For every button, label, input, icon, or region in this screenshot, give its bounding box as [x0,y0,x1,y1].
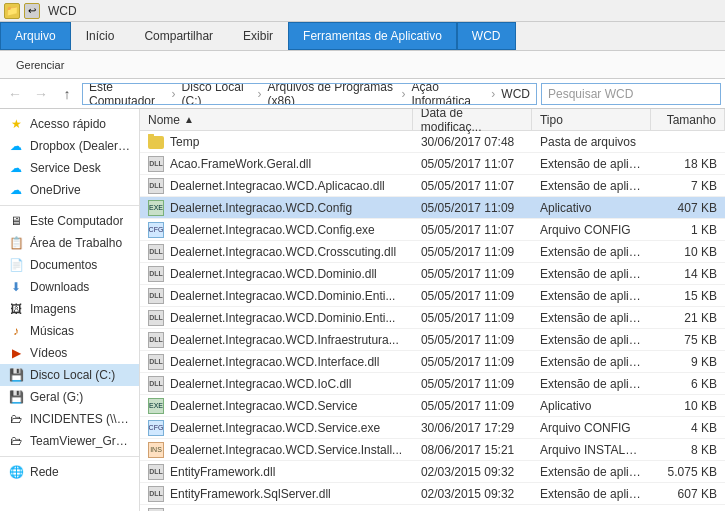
sidebar-item-videos[interactable]: ▶ Vídeos [0,342,139,364]
table-row[interactable]: EXE Dealernet.Integracao.WCD.Config 05/0… [140,197,725,219]
teamviewer-icon: 🗁 [8,433,24,449]
sidebar-item-service-desk[interactable]: ☁ Service Desk [0,157,139,179]
sidebar: ★ Acesso rápido ☁ Dropbox (Dealernet) ☁ … [0,109,140,511]
file-size-cell: 607 KB [651,487,725,501]
col-header-name[interactable]: Nome ▲ [140,109,413,130]
file-size-cell: 10 KB [651,245,725,259]
ribbon-tabs: Arquivo Início Compartilhar Exibir Ferra… [0,22,725,50]
search-placeholder: Pesquisar WCD [548,87,633,101]
file-name: Dealernet.Integracao.WCD.Config.exe [170,223,375,237]
star-icon: ★ [8,116,24,132]
file-name-cell: CFG Dealernet.Integracao.WCD.Config.exe [140,222,413,238]
title-bar-icons: 📁 ↩ [4,3,40,19]
file-size-cell: 18 KB [651,157,725,171]
sidebar-label-acesso-rapido: Acesso rápido [30,117,106,131]
file-size-cell: 9 KB [651,355,725,369]
ribbon: Arquivo Início Compartilhar Exibir Ferra… [0,22,725,79]
network-folder-icon: 🗁 [8,411,24,427]
documents-icon: 📄 [8,257,24,273]
file-size-cell: 6 KB [651,377,725,391]
sidebar-item-este-computador[interactable]: 🖥 Este Computador [0,210,139,232]
sidebar-item-area-trabalho[interactable]: 📋 Área de Trabalho [0,232,139,254]
table-row[interactable]: CFG Dealernet.Integracao.WCD.Service.exe… [140,417,725,439]
sidebar-label-musicas: Músicas [30,324,74,338]
file-type-cell: Extensão de aplica... [532,355,651,369]
file-size-cell: 21 KB [651,311,725,325]
table-row[interactable]: DLL Dealernet.Integracao.WCD.Dominio.Ent… [140,285,725,307]
tab-inicio[interactable]: Início [71,22,130,50]
col-header-type[interactable]: Tipo [532,109,651,130]
file-type-icon: DLL [148,376,164,392]
file-type-cell: Aplicativo [532,201,651,215]
sidebar-label-service-desk: Service Desk [30,161,101,175]
file-type-cell: Extensão de aplica... [532,487,651,501]
table-row[interactable]: DLL Dealernet.Integracao.WCD.Aplicacao.d… [140,175,725,197]
sidebar-item-acesso-rapido[interactable]: ★ Acesso rápido [0,113,139,135]
tab-ferramentas[interactable]: Ferramentas de Aplicativo [288,22,457,50]
sidebar-label-incidentes: INCIDENTES (\\srvn... [30,412,131,426]
file-name: Dealernet.Integracao.WCD.Interface.dll [170,355,379,369]
file-name-cell: DLL Dealernet.Integracao.WCD.IoC.dll [140,376,413,392]
sidebar-item-rede[interactable]: 🌐 Rede [0,461,139,483]
col-header-date[interactable]: Data de modificaç... [413,109,532,130]
back-button[interactable]: ← [4,83,26,105]
table-row[interactable]: DLL EntityFramework.SqlServer.dll 02/03/… [140,483,725,505]
file-type-cell: Extensão de aplica... [532,157,651,171]
table-row[interactable]: INS Dealernet.Integracao.WCD.Service.Ins… [140,439,725,461]
table-row[interactable]: DLL Ninject.dll 02/04/2014 18:40 Extensã… [140,505,725,511]
sidebar-item-disco-local[interactable]: 💾 Disco Local (C:) [0,364,139,386]
table-row[interactable]: DLL Dealernet.Integracao.WCD.Dominio.Ent… [140,307,725,329]
sidebar-item-imagens[interactable]: 🖼 Imagens [0,298,139,320]
file-date-cell: 05/05/2017 11:07 [413,179,532,193]
table-row[interactable]: DLL Dealernet.Integracao.WCD.Infraestrut… [140,329,725,351]
sidebar-item-teamviewer[interactable]: 🗁 TeamViewer_Gravac... [0,430,139,452]
sidebar-item-documentos[interactable]: 📄 Documentos [0,254,139,276]
sidebar-label-area-trabalho: Área de Trabalho [30,236,122,250]
file-date-cell: 02/03/2015 09:32 [413,465,532,479]
undo-icon: ↩ [24,3,40,19]
table-row[interactable]: CFG Dealernet.Integracao.WCD.Config.exe … [140,219,725,241]
path-part-3: Ação Informática [412,83,486,105]
sidebar-item-geral-g[interactable]: 💾 Geral (G:) [0,386,139,408]
sidebar-item-incidentes[interactable]: 🗁 INCIDENTES (\\srvn... [0,408,139,430]
sidebar-item-downloads[interactable]: ⬇ Downloads [0,276,139,298]
file-date-cell: 02/03/2015 09:32 [413,487,532,501]
tab-exibir[interactable]: Exibir [228,22,288,50]
sidebar-label-geral-g: Geral (G:) [30,390,83,404]
sidebar-item-dropbox[interactable]: ☁ Dropbox (Dealernet) [0,135,139,157]
videos-icon: ▶ [8,345,24,361]
sidebar-divider-2 [0,456,139,457]
table-row[interactable]: EXE Dealernet.Integracao.WCD.Service 05/… [140,395,725,417]
table-row[interactable]: DLL Acao.FrameWork.Geral.dll 05/05/2017 … [140,153,725,175]
address-path[interactable]: Este Computador › Disco Local (C:) › Arq… [82,83,537,105]
desktop-icon: 📋 [8,235,24,251]
table-row[interactable]: DLL Dealernet.Integracao.WCD.IoC.dll 05/… [140,373,725,395]
tab-wcd[interactable]: WCD [457,22,516,50]
table-row[interactable]: DLL Dealernet.Integracao.WCD.Interface.d… [140,351,725,373]
sidebar-item-musicas[interactable]: ♪ Músicas [0,320,139,342]
file-type-cell: Arquivo CONFIG [532,421,651,435]
sidebar-label-este-computador: Este Computador [30,214,123,228]
file-name: Dealernet.Integracao.WCD.IoC.dll [170,377,351,391]
file-type-icon: DLL [148,354,164,370]
table-row[interactable]: DLL Dealernet.Integracao.WCD.Crosscuting… [140,241,725,263]
tab-arquivo[interactable]: Arquivo [0,22,71,50]
file-name-cell: DLL Dealernet.Integracao.WCD.Crosscuting… [140,244,413,260]
file-type-icon: DLL [148,288,164,304]
search-box[interactable]: Pesquisar WCD [541,83,721,105]
col-header-size[interactable]: Tamanho [651,109,725,130]
table-row[interactable]: Temp 30/06/2017 07:48 Pasta de arquivos [140,131,725,153]
file-type-icon: DLL [148,310,164,326]
table-row[interactable]: DLL Dealernet.Integracao.WCD.Dominio.dll… [140,263,725,285]
sidebar-label-imagens: Imagens [30,302,76,316]
tab-compartilhar[interactable]: Compartilhar [129,22,228,50]
table-row[interactable]: DLL EntityFramework.dll 02/03/2015 09:32… [140,461,725,483]
up-button[interactable]: ↑ [56,83,78,105]
gerenciar-button[interactable]: Gerenciar [8,57,72,73]
file-date-cell: 05/05/2017 11:07 [413,223,532,237]
sidebar-item-onedrive[interactable]: ☁ OneDrive [0,179,139,201]
sidebar-label-onedrive: OneDrive [30,183,81,197]
computer-icon: 🖥 [8,213,24,229]
forward-button[interactable]: → [30,83,52,105]
ribbon-commands: Gerenciar [0,50,725,78]
